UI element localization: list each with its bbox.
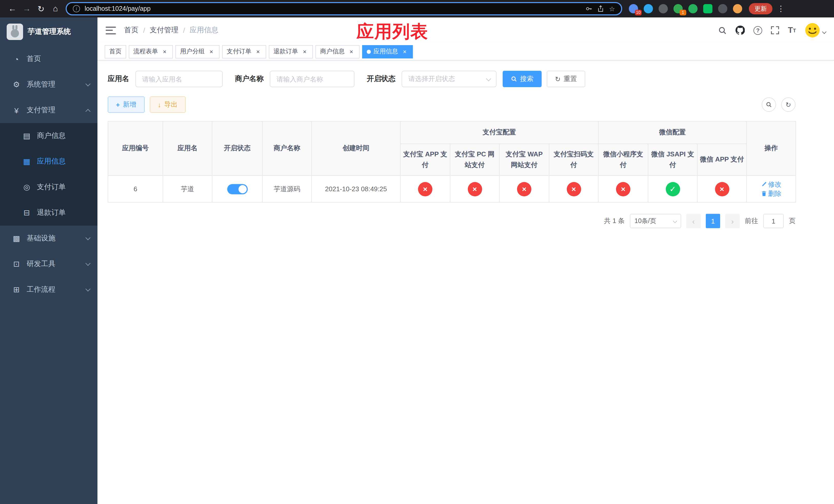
plus-icon [116,101,120,108]
tag-process-form[interactable]: 流程表单 [129,45,173,58]
grid-icon: ▦ [21,157,33,166]
trash-icon [761,191,767,197]
export-button[interactable]: 导出 [150,96,186,113]
chevron-down-icon [85,261,90,266]
reload-icon[interactable] [34,2,48,16]
sidebar-item-payment[interactable]: ¥ 支付管理 [0,97,97,123]
tag-home[interactable]: 首页 [105,45,126,58]
sidebar-item-infrastructure[interactable]: ▩ 基础设施 [0,226,97,251]
browser-toolbar: i localhost:1024/pay/app 10 1 更新 [0,0,834,18]
tag-user-group[interactable]: 用户分组 [175,45,220,58]
close-icon[interactable] [301,48,308,55]
search-icon[interactable] [718,26,727,35]
reset-button[interactable]: 重置 [547,71,585,87]
extension-drop-icon[interactable] [644,4,653,13]
sidebar-logo-row[interactable]: 芋道管理系统 [0,18,97,46]
yen-icon: ¥ [10,106,23,115]
sidebar-item-payment-order[interactable]: ◎ 支付订单 [0,174,97,200]
goto-page-input[interactable] [763,214,784,228]
bookmark-star-icon[interactable] [609,5,615,13]
col-header-app-name: 应用名 [163,121,212,176]
share-icon[interactable] [597,5,605,12]
chevron-up-icon [85,109,90,114]
sidebar-item-home[interactable]: ◔ 首页 [0,46,97,72]
close-icon[interactable] [348,48,355,55]
close-icon[interactable] [401,48,408,55]
breadcrumb-item-payment[interactable]: 支付管理 [150,26,178,35]
breadcrumb-separator [143,26,145,35]
status-select[interactable]: 请选择开启状态 [402,71,497,87]
enabled-switch[interactable] [227,184,247,194]
extension-puzzle-icon[interactable]: 10 [629,4,638,13]
breadcrumb-item-home[interactable]: 首页 [124,26,138,35]
page-title-annotation: 应用列表 [356,20,428,44]
url-bar[interactable]: i localhost:1024/pay/app [66,2,622,15]
help-icon[interactable] [753,26,762,35]
app-title: 芋道管理系统 [28,27,71,37]
search-icon [511,76,517,82]
search-button[interactable]: 搜索 [503,71,542,87]
font-size-icon[interactable] [788,26,796,35]
edit-link[interactable]: 修改 [761,180,782,189]
wechat-app-status-icon: × [715,182,729,196]
chevron-down-icon [85,235,90,240]
breadcrumb: 首页 支付管理 应用信息 [124,26,219,35]
github-icon[interactable] [736,26,745,35]
app-logo [7,24,23,40]
extension-pin-icon[interactable] [718,4,727,13]
sidebar-item-merchant-info[interactable]: ▤ 商户信息 [0,123,97,149]
tag-app-info[interactable]: 应用信息 [362,45,413,58]
tag-merchant-info[interactable]: 商户信息 [315,45,359,58]
cell-app-name: 芋道 [163,176,212,202]
close-icon[interactable] [208,48,215,55]
merchant-name-input[interactable] [270,71,354,87]
extension-green-icon[interactable]: 1 [674,4,683,13]
filter-form: 应用名 商户名称 开启状态 请选择开启状态 搜索 [108,71,795,87]
table-toolbar: 新增 导出 [108,96,795,113]
sidebar-item-refund-order[interactable]: ⊟ 退款订单 [0,200,97,226]
hamburger-icon[interactable] [106,26,116,34]
update-button[interactable]: 更新 [749,3,772,14]
breadcrumb-item-current: 应用信息 [190,26,219,35]
site-info-icon[interactable]: i [73,5,80,12]
sidebar-item-workflow[interactable]: ⊞ 工作流程 [0,277,97,302]
add-button[interactable]: 新增 [108,96,145,113]
col-header-alipay-app: 支付宝 APP 支付 [400,144,450,176]
download-icon [158,101,161,108]
fullscreen-icon[interactable] [771,26,779,35]
col-header-wechat-jsapi: 微信 JSAPI 支付 [648,144,697,176]
sidebar-item-app-info[interactable]: ▦ 应用信息 [0,149,97,174]
extension-face-icon[interactable] [733,4,742,13]
sidebar: 芋道管理系统 ◔ 首页 ⚙ 系统管理 ¥ 支付管理 [0,18,97,504]
refresh-table-button[interactable] [781,97,795,112]
page-size-select[interactable]: 10条/页 [630,214,681,228]
user-avatar[interactable] [805,23,826,38]
forward-icon[interactable] [20,2,34,16]
sidebar-item-devtools[interactable]: ⊡ 研发工具 [0,251,97,277]
back-icon[interactable] [5,2,20,16]
extension-dark-icon[interactable] [659,4,668,13]
prev-page-button[interactable] [686,214,701,228]
total-count: 共 1 条 [604,216,625,226]
tag-payment-order[interactable]: 支付订单 [222,45,266,58]
tags-view: 首页 流程表单 用户分组 支付订单 退款订单 商户信息 应用信息 [97,43,834,61]
tag-refund-order[interactable]: 退款订单 [269,45,313,58]
toggle-search-button[interactable] [762,97,776,112]
close-icon[interactable] [255,48,262,55]
extension-check-icon[interactable] [688,4,698,13]
next-page-button[interactable] [725,214,740,228]
merchant-name-label: 商户名称 [235,74,264,84]
sidebar-item-system[interactable]: ⚙ 系统管理 [0,72,97,97]
alipay-app-status-icon: × [418,182,432,196]
col-header-alipay-wap: 支付宝 WAP 网站支付 [499,144,549,176]
delete-link[interactable]: 删除 [761,189,782,198]
app-name-input[interactable] [135,71,223,87]
browser-menu-icon[interactable] [777,4,785,13]
password-key-icon[interactable] [586,5,593,12]
gear-icon: ⚙ [10,80,23,89]
home-icon[interactable] [48,2,63,16]
cell-app-id: 6 [108,176,163,202]
close-icon[interactable] [161,48,168,55]
page-number-1[interactable]: 1 [706,214,720,228]
extension-wechat-icon[interactable] [703,4,712,13]
